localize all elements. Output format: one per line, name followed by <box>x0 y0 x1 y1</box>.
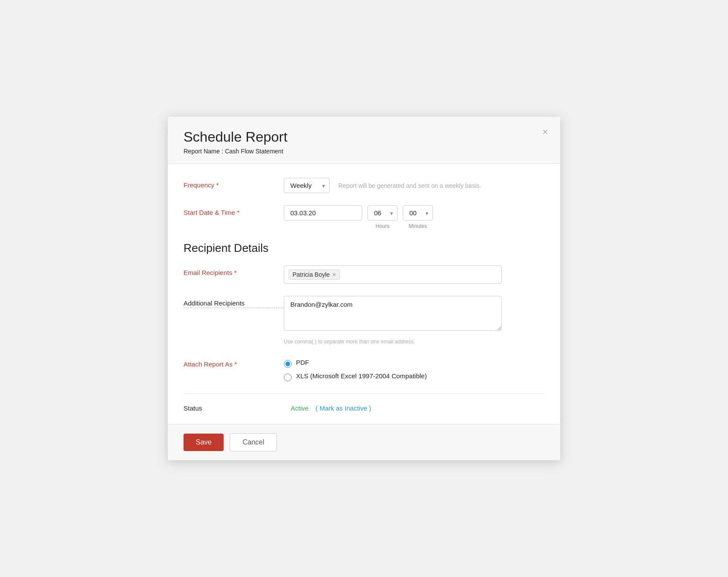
subtitle-label: Report Name : <box>184 148 223 155</box>
recipient-details-title: Recipient Details <box>184 241 544 255</box>
status-active-text: Active <box>291 404 309 412</box>
minutes-group: 00153045 ▾ Minutes <box>403 205 433 229</box>
schedule-report-modal: Schedule Report Report Name : Cash Flow … <box>168 117 560 460</box>
minutes-select-wrapper: 00153045 ▾ <box>403 205 433 221</box>
close-button[interactable]: × <box>542 127 548 137</box>
start-date-label: Start Date & Time * <box>184 205 284 216</box>
attach-report-label: Attach Report As * <box>184 357 284 368</box>
recipient-tag-remove-button[interactable]: × <box>333 272 336 278</box>
frequency-label: Frequency * <box>184 178 284 189</box>
additional-recipients-row: Additional Recipients Brandon@zylkar.com… <box>184 296 544 345</box>
status-divider <box>184 394 544 394</box>
status-row: Status Active ( Mark as Inactive ) <box>184 404 544 424</box>
hours-group: 00010203 04050607 08091011 12131415 1617… <box>367 205 398 229</box>
frequency-hint: Report will be generated and sent on a w… <box>335 178 481 189</box>
start-date-row: Start Date & Time * 00010203 04050607 08… <box>184 205 544 229</box>
attach-report-radio-group: PDF XLS (Microsoft Excel 1997-2004 Compa… <box>284 357 427 381</box>
hours-select[interactable]: 00010203 04050607 08091011 12131415 1617… <box>367 205 398 221</box>
recipient-tag: Patricia Boyle × <box>289 269 340 280</box>
attach-xls-option[interactable]: XLS (Microsoft Excel 1997-2004 Compatibl… <box>284 372 427 381</box>
frequency-row: Frequency * Daily Weekly Monthly Yearly … <box>184 178 544 193</box>
mark-inactive-button[interactable]: ( Mark as Inactive ) <box>316 404 371 412</box>
start-date-controls: 00010203 04050607 08091011 12131415 1617… <box>284 205 544 229</box>
additional-recipients-label: Additional Recipients <box>184 299 245 307</box>
additional-recipients-label-wrap: Additional Recipients <box>184 296 284 308</box>
email-recipients-row: Email Recipients * Patricia Boyle × <box>184 265 544 284</box>
recipient-tag-name: Patricia Boyle <box>293 271 330 278</box>
attach-report-row: Attach Report As * PDF XLS (Microsoft Ex… <box>184 357 544 381</box>
attach-pdf-label: PDF <box>296 359 309 366</box>
save-button[interactable]: Save <box>184 434 224 451</box>
date-input[interactable] <box>284 205 362 221</box>
attach-report-controls: PDF XLS (Microsoft Excel 1997-2004 Compa… <box>284 357 544 381</box>
modal-header: Schedule Report Report Name : Cash Flow … <box>168 117 560 164</box>
email-recipients-label: Email Recipients * <box>184 265 284 276</box>
hours-label: Hours <box>375 223 389 229</box>
hours-select-wrapper: 00010203 04050607 08091011 12131415 1617… <box>367 205 398 221</box>
modal-footer: Save Cancel <box>168 424 560 460</box>
status-label: Status <box>184 404 284 412</box>
attach-xls-label: XLS (Microsoft Excel 1997-2004 Compatibl… <box>296 372 427 380</box>
email-recipients-input[interactable]: Patricia Boyle × <box>284 265 502 284</box>
frequency-select[interactable]: Daily Weekly Monthly Yearly <box>284 178 330 193</box>
modal-title: Schedule Report <box>184 129 544 145</box>
additional-recipients-textarea[interactable]: Brandon@zylkar.com <box>284 296 502 331</box>
subtitle-value: Cash Flow Statement <box>225 148 283 155</box>
frequency-controls: Daily Weekly Monthly Yearly ▾ Report wil… <box>284 178 544 193</box>
minutes-label: Minutes <box>408 223 427 229</box>
modal-subtitle: Report Name : Cash Flow Statement <box>184 148 544 155</box>
attach-xls-radio[interactable] <box>284 373 292 381</box>
additional-recipients-controls: Brandon@zylkar.com Use comma(,) to separ… <box>284 296 544 345</box>
frequency-select-wrapper: Daily Weekly Monthly Yearly ▾ <box>284 178 330 193</box>
email-recipients-controls: Patricia Boyle × <box>284 265 544 284</box>
attach-pdf-option[interactable]: PDF <box>284 359 427 368</box>
attach-pdf-radio[interactable] <box>284 360 292 368</box>
modal-body: Frequency * Daily Weekly Monthly Yearly … <box>168 164 560 424</box>
additional-recipients-hint: Use comma(,) to separate more than one e… <box>284 339 415 345</box>
minutes-select[interactable]: 00153045 <box>403 205 433 221</box>
cancel-button[interactable]: Cancel <box>230 433 277 451</box>
